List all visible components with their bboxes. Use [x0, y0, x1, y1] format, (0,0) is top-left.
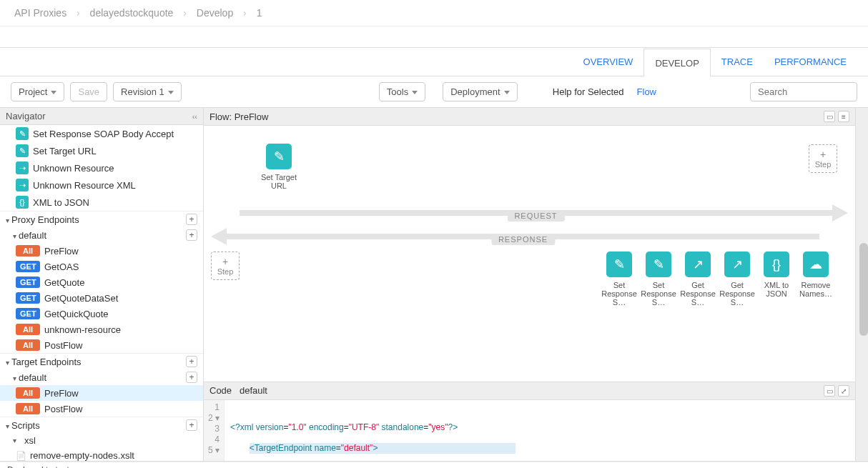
request-label: REQUEST — [507, 210, 564, 221]
policy-item[interactable]: ⇢ Unknown Resource — [0, 159, 203, 176]
tools-button[interactable]: Tools — [379, 82, 425, 101]
add-target-endpoint-button[interactable]: + — [186, 356, 197, 367]
collapse-navigator-icon[interactable]: ‹‹ — [192, 112, 197, 121]
response-label: RESPONSE — [491, 234, 555, 245]
flow-item-getoas[interactable]: GET GetOAS — [0, 259, 203, 274]
share-icon: ↗ — [685, 252, 711, 277]
response-policy-node[interactable]: ✎ Set Response S… — [637, 252, 680, 307]
arrow-left-icon — [211, 228, 227, 245]
code-header: Code default ▭ ⤢ — [204, 382, 855, 401]
script-file[interactable]: remove-empty-nodes.xslt — [0, 448, 203, 461]
policy-icon: ✎ — [16, 127, 29, 140]
response-policy-node[interactable]: {} XML to JSON — [755, 252, 798, 298]
expand-icon[interactable]: ≡ — [838, 111, 849, 122]
add-target-flow-button[interactable]: + — [186, 372, 197, 383]
proxy-default-header[interactable]: ▾default + — [0, 227, 203, 243]
tab-performance[interactable]: PERFORMANCE — [764, 48, 857, 76]
tab-bar: OVERVIEW DEVELOP TRACE PERFORMANCE — [0, 48, 868, 76]
policy-icon: ✎ — [16, 144, 29, 157]
xsl-folder[interactable]: ▾xsl — [0, 433, 203, 448]
file-icon — [16, 450, 26, 461]
policy-icon: ⇢ — [16, 179, 29, 191]
status-bar: Deployed to test — [0, 462, 868, 468]
project-button[interactable]: Project — [11, 82, 64, 101]
policy-item[interactable]: ✎ Set Target URL — [0, 142, 203, 159]
json-icon: {} — [16, 196, 29, 209]
json-icon: {} — [764, 252, 789, 277]
response-policy-node[interactable]: ↗ Get Response S… — [716, 252, 759, 307]
breadcrumb-item-proxy[interactable]: delayedstockquote — [90, 7, 174, 19]
chevron-down-icon — [51, 91, 56, 94]
response-policy-node[interactable]: ✎ Set Response S… — [598, 252, 641, 307]
add-step-button[interactable]: + Step — [809, 144, 837, 173]
help-label: Help for Selected — [553, 86, 624, 97]
navigator-title: Navigator — [6, 111, 46, 121]
navigator-panel: Navigator ‹‹ ✎ Set Response SOAP Body Ac… — [0, 108, 204, 461]
search-input[interactable] — [750, 82, 857, 101]
chevron-down-icon — [412, 91, 418, 94]
tab-trace[interactable]: TRACE — [711, 48, 764, 76]
policy-item[interactable]: {} XML to JSON — [0, 194, 203, 211]
proxy-endpoints-header[interactable]: ▾Proxy Endpoints + — [0, 211, 203, 227]
breadcrumb-item-revision: 1 — [257, 7, 262, 19]
breadcrumb-item-develop[interactable]: Develop — [197, 7, 233, 19]
add-proxy-endpoint-button[interactable]: + — [186, 214, 197, 225]
policy-item[interactable]: ✎ Set Response SOAP Body Accept — [0, 125, 203, 142]
chevron-down-icon — [168, 91, 174, 94]
breadcrumb-item-proxies[interactable]: API Proxies — [14, 7, 66, 19]
response-policy-node[interactable]: ↗ Get Response S… — [676, 252, 719, 307]
layout-icon[interactable]: ▭ — [824, 385, 835, 397]
tab-overview[interactable]: OVERVIEW — [573, 48, 644, 76]
flow-item-postflow[interactable]: All PostFlow — [0, 337, 203, 353]
flow-help-link[interactable]: Flow — [637, 86, 656, 97]
code-subtitle: default — [240, 385, 267, 396]
add-step-button[interactable]: + Step — [211, 252, 240, 280]
breadcrumb: API Proxies › delayedstockquote › Develo… — [0, 0, 868, 26]
toolbar: Project Save Revision 1 Tools Deployment… — [0, 76, 868, 108]
pencil-icon: ✎ — [646, 252, 671, 277]
flow-item-getquote[interactable]: GET GetQuote — [0, 274, 203, 290]
response-policy-node[interactable]: ☁ Remove Names… — [794, 252, 837, 298]
save-button[interactable]: Save — [70, 82, 107, 101]
code-title: Code — [209, 385, 232, 396]
pencil-icon: ✎ — [266, 144, 292, 169]
pencil-icon: ✎ — [606, 252, 632, 277]
add-proxy-flow-button[interactable]: + — [186, 229, 197, 241]
target-endpoints-header[interactable]: ▾Target Endpoints + — [0, 353, 203, 369]
flow-item-unknown[interactable]: All unknown-resource — [0, 322, 203, 337]
layout-icon[interactable]: ▭ — [824, 111, 835, 122]
arrow-right-icon — [832, 204, 848, 221]
flow-canvas: ✎ Set Target URL + Step REQUEST RESPONSE… — [204, 126, 855, 382]
chevron-down-icon — [504, 91, 510, 94]
tab-develop[interactable]: DEVELOP — [643, 49, 710, 76]
revision-button[interactable]: Revision 1 — [113, 82, 182, 101]
target-flow-preflow[interactable]: All PreFlow — [0, 385, 203, 401]
flow-item-preflow[interactable]: All PreFlow — [0, 243, 203, 259]
code-editor[interactable]: 1 2 ▾ 3 4 5 ▾ <?xml version="1.0" encodi… — [204, 400, 855, 461]
flow-item-getquickquote[interactable]: GET GetQuickQuote — [0, 306, 203, 322]
flow-title: Flow: PreFlow — [209, 111, 268, 122]
policy-icon: ⇢ — [16, 161, 29, 174]
flow-item-getquotedataset[interactable]: GET GetQuoteDataSet — [0, 290, 203, 306]
add-script-button[interactable]: + — [186, 419, 197, 431]
target-flow-postflow[interactable]: All PostFlow — [0, 401, 203, 417]
expand-icon[interactable]: ⤢ — [838, 385, 849, 397]
cloud-icon: ☁ — [803, 252, 829, 277]
request-policy-node[interactable]: ✎ Set Target URL — [257, 144, 300, 190]
deployment-button[interactable]: Deployment — [443, 82, 517, 101]
scripts-header[interactable]: ▾Scripts + — [0, 417, 203, 433]
target-default-header[interactable]: ▾default + — [0, 369, 203, 385]
share-icon: ↗ — [724, 252, 750, 277]
policy-item[interactable]: ⇢ Unknown Resource XML — [0, 176, 203, 194]
